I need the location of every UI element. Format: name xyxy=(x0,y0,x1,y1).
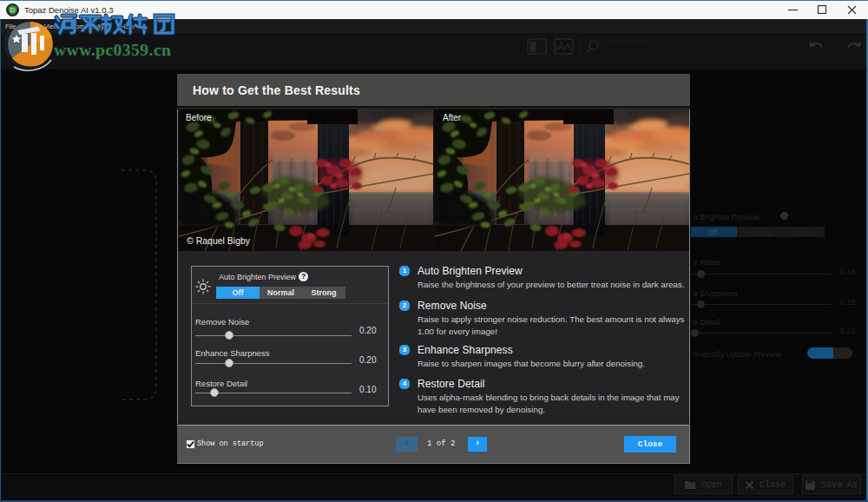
svg-text:D: D xyxy=(10,6,16,14)
